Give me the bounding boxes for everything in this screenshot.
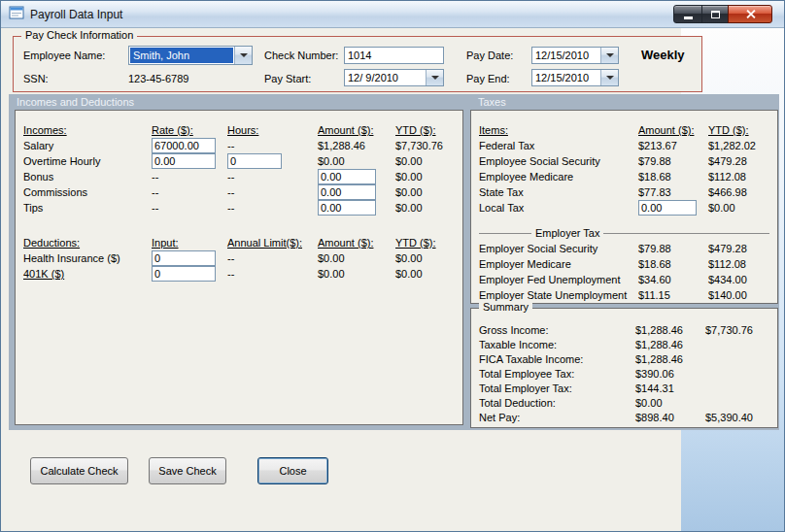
pay-end-picker[interactable]: 12/15/2010 <box>531 69 619 86</box>
tax-amount: $79.88 <box>638 155 708 167</box>
tax-ytd: $479.28 <box>708 243 777 254</box>
bonus-amount-input[interactable] <box>318 169 376 184</box>
employer-tax-label: Employer Tax <box>531 227 603 239</box>
tax-row-state: State Tax $77.83 $466.98 <box>471 184 777 200</box>
col-amount: Amount ($): <box>638 124 708 136</box>
summary-name: Gross Income: <box>479 324 635 336</box>
commissions-amount-input[interactable] <box>318 184 376 200</box>
summary-row-net-pay: Net Pay: $898.40 $5,390.40 <box>471 410 777 424</box>
close-button[interactable]: Close <box>257 457 328 484</box>
tax-amount: $18.68 <box>638 258 708 270</box>
tax-name: Employer Medicare <box>479 258 638 270</box>
overtime-hours-input[interactable] <box>227 153 282 169</box>
pay-date-dropdown-button[interactable] <box>600 48 618 63</box>
col-ytd: YTD ($): <box>395 124 462 136</box>
chevron-down-icon <box>431 76 439 80</box>
tax-row-employee-medicare: Employee Medicare $18.68 $112.08 <box>471 169 777 184</box>
col-input: Input: <box>152 237 227 249</box>
income-ytd: $0.00 <box>395 171 462 183</box>
check-number-label: Check Number: <box>264 50 338 61</box>
tips-amount-input[interactable] <box>318 200 376 216</box>
titlebar: Payroll Data Input <box>1 1 784 28</box>
tax-name: Employer State Unemployment <box>479 289 638 301</box>
window-controls <box>674 5 772 23</box>
incomes-deductions-box: Incomes: Rate ($): Hours: Amount ($): YT… <box>15 110 463 425</box>
ssn-value: 123-45-6789 <box>128 73 188 84</box>
col-items: Items: <box>479 124 638 136</box>
col-rate: Rate ($): <box>152 124 227 136</box>
app-icon <box>9 5 24 24</box>
pay-start-picker[interactable]: 12/ 9/2010 <box>344 69 444 86</box>
tax-amount: $79.88 <box>638 243 708 254</box>
income-row-overtime: Overtime Hourly $0.00 $0.00 <box>16 153 462 169</box>
col-annual-limit: Annual Limit($): <box>227 237 318 249</box>
tax-row-employer-medicare: Employer Medicare $18.68 $112.08 <box>471 256 777 272</box>
tax-name: State Tax <box>479 186 638 198</box>
tax-row-local: Local Tax $0.00 <box>471 200 777 216</box>
tax-ytd: $434.00 <box>708 274 777 285</box>
tax-name: Local Tax <box>479 202 638 214</box>
summary-row-total-deduction: Total Deduction: $0.00 <box>471 395 777 410</box>
col-amount: Amount ($): <box>318 237 395 249</box>
col-ytd: YTD ($): <box>708 124 777 136</box>
income-row-tips: Tips -- -- $0.00 <box>16 200 462 216</box>
overtime-rate-input[interactable] <box>152 153 216 169</box>
income-amount: $1,288.46 <box>318 140 395 151</box>
deduction-amount: $0.00 <box>318 268 395 280</box>
employer-tax-separator: Employer Tax <box>479 225 769 241</box>
pay-start-value: 12/ 9/2010 <box>345 70 426 85</box>
income-amount: $0.00 <box>318 155 395 167</box>
tax-name: Employee Medicare <box>479 171 638 183</box>
tax-amount: $213.67 <box>638 140 708 151</box>
close-icon <box>745 9 756 19</box>
401k-input[interactable] <box>152 266 216 282</box>
maximize-button[interactable] <box>701 5 729 23</box>
tax-name: Employer Social Security <box>479 243 638 254</box>
pay-date-picker[interactable]: 12/15/2010 <box>531 47 619 64</box>
pay-end-dropdown-button[interactable] <box>600 70 618 85</box>
tax-name: Employee Social Security <box>479 155 638 167</box>
taxes-header: Taxes <box>478 96 506 108</box>
employee-name-combobox[interactable]: Smith, John <box>128 46 253 65</box>
summary-value: $144.31 <box>635 382 705 394</box>
income-rate: -- <box>152 171 227 183</box>
401k-link[interactable]: 401K ($) <box>23 268 152 280</box>
deduction-amount: $0.00 <box>318 252 395 264</box>
tax-name: Federal Tax <box>479 140 638 151</box>
summary-value: $1,288.46 <box>635 324 705 336</box>
calculate-check-button[interactable]: Calculate Check <box>30 457 128 484</box>
pay-end-label: Pay End: <box>466 73 510 84</box>
income-name: Overtime Hourly <box>23 155 152 167</box>
summary-row-taxable: Taxable Income: $1,288.46 <box>471 337 777 351</box>
employee-name-dropdown-button[interactable] <box>234 47 252 64</box>
summary-name: Total Deduction: <box>479 397 635 409</box>
tax-row-employer-fed-unemployment: Employer Fed Unemployment $34.60 $434.00 <box>471 272 777 287</box>
deduction-ytd: $0.00 <box>395 252 462 264</box>
summary-value: $0.00 <box>635 397 705 409</box>
chevron-down-icon <box>606 53 614 57</box>
local-tax-input[interactable] <box>638 200 697 216</box>
tax-ytd: $140.00 <box>708 289 777 301</box>
income-row-commissions: Commissions -- -- $0.00 <box>16 184 462 200</box>
summary-ytd: $5,390.40 <box>705 412 777 423</box>
save-check-button[interactable]: Save Check <box>149 457 226 484</box>
deduction-name: Health Insurance ($) <box>23 252 152 264</box>
employee-name-value: Smith, John <box>130 48 233 63</box>
salary-rate-input[interactable] <box>152 138 216 153</box>
tax-ytd: $466.98 <box>708 186 777 198</box>
summary-name: Total Employer Tax: <box>479 382 635 394</box>
pay-start-dropdown-button[interactable] <box>426 70 443 85</box>
col-deductions: Deductions: <box>23 237 152 249</box>
minimize-button[interactable] <box>673 5 702 23</box>
summary-name: FICA Taxable Income: <box>479 353 635 365</box>
summary-name: Net Pay: <box>479 412 635 423</box>
check-number-input[interactable] <box>344 47 444 64</box>
pay-date-value: 12/15/2010 <box>532 48 600 63</box>
employee-name-label: Employee Name: <box>23 50 105 61</box>
tax-amount: $34.60 <box>638 274 708 285</box>
tax-ytd: $112.08 <box>708 171 777 183</box>
tax-amount: $77.83 <box>638 186 708 198</box>
close-window-button[interactable] <box>728 5 772 23</box>
window-title: Payroll Data Input <box>30 8 122 21</box>
health-insurance-input[interactable] <box>152 250 216 266</box>
